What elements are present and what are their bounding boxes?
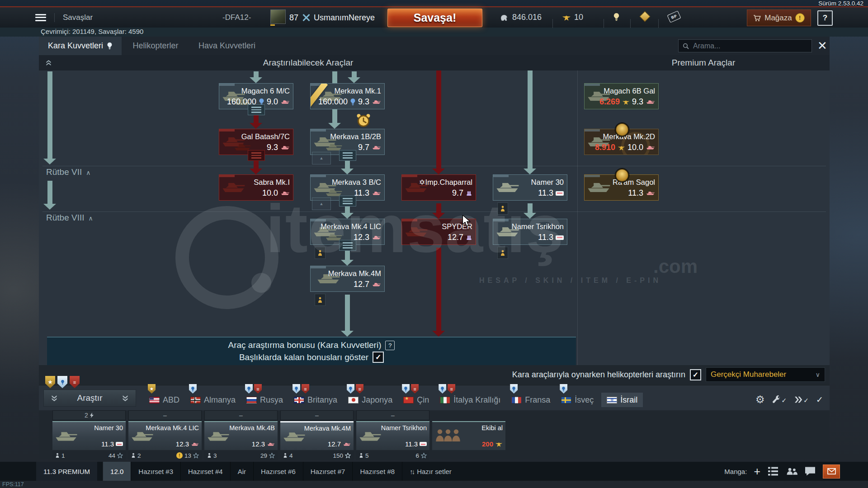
- hamburger-menu-icon[interactable]: [35, 14, 46, 21]
- search-input[interactable]: [692, 42, 807, 51]
- nation-italy[interactable]: ≡ İtalya Krallığı: [437, 393, 504, 407]
- squad-members-icon[interactable]: [786, 466, 797, 476]
- nation-china[interactable]: ≡ Çin: [400, 393, 432, 407]
- bonus-title: Araç araştırma bonusu (Kara Kuvvetleri): [228, 340, 382, 350]
- bonus-checkbox[interactable]: ✓: [373, 352, 384, 363]
- player-group[interactable]: 87 UsmanımNereye: [270, 9, 375, 26]
- preset-8[interactable]: Hazırset #8: [352, 462, 402, 481]
- slot-order-label[interactable]: –: [356, 410, 429, 420]
- nation-japan[interactable]: ≡ Japonya: [345, 393, 396, 407]
- crew-slot-1[interactable]: 2 Namer 30 11.3 1 44: [52, 410, 126, 460]
- repair-filter-button[interactable]: ✓: [772, 395, 787, 404]
- select-all-check-icon[interactable]: ✓: [816, 394, 823, 405]
- help-button[interactable]: ?: [817, 10, 833, 26]
- ready-sets-button[interactable]: ↑↓ Hazır setler: [402, 462, 459, 481]
- talisman-button[interactable]: [641, 13, 649, 20]
- crew-slot-3[interactable]: – Merkava Mk.4B 12.3 3 29: [204, 410, 278, 460]
- nation-britain[interactable]: ≡ Britanya: [291, 393, 340, 407]
- plus-icon[interactable]: +: [754, 465, 760, 478]
- camo-filter-button[interactable]: ✓: [794, 395, 809, 404]
- preset-4[interactable]: Hazırset #4: [180, 462, 230, 481]
- research-button[interactable]: Araştır: [43, 389, 136, 407]
- tree-node-namer-30[interactable]: Namer 30 11.3: [493, 174, 567, 201]
- avatar[interactable]: [270, 9, 286, 26]
- crew-slot-4[interactable]: – Merkava Mk.4M 12.7 4 150: [280, 410, 354, 460]
- slot-vehicle-card[interactable]: Namer 30 11.3: [52, 421, 126, 450]
- nation-usa[interactable]: ★ ABD: [146, 393, 183, 407]
- research-points-button[interactable]: [613, 13, 620, 21]
- slot-vehicle-card[interactable]: Merkava Mk.4 LIC 12.3: [128, 421, 202, 450]
- silver-lions-counter[interactable]: 846.016: [500, 13, 542, 22]
- rank-8-label[interactable]: Rütbe VIII∧: [46, 213, 93, 223]
- help-icon[interactable]: ?: [385, 341, 395, 350]
- tree-connector-arrow: [524, 70, 536, 174]
- slot-order-label[interactable]: 2: [52, 410, 126, 420]
- crew-icon: [207, 453, 212, 458]
- slot-order-label[interactable]: –: [280, 410, 354, 420]
- gear-icon[interactable]: ⚙: [755, 394, 765, 405]
- folder-group-icon[interactable]: [248, 150, 265, 161]
- menu-battles-label[interactable]: Savaşlar: [63, 13, 93, 22]
- battle-mode-dropdown[interactable]: Gerçekçi Muharebeler ∨: [706, 367, 825, 382]
- roster-icon[interactable]: [767, 466, 779, 476]
- to-battle-button[interactable]: Savaşa!: [387, 9, 482, 27]
- clan-tag[interactable]: -DFA12-: [222, 7, 251, 28]
- preset-7[interactable]: Hazırset #7: [303, 462, 353, 481]
- folder-group-icon[interactable]: [339, 150, 356, 161]
- tree-node-spyder[interactable]: SPYDER 12.7: [401, 219, 476, 245]
- tab-ground-forces[interactable]: Kara Kuvvetleri: [39, 37, 122, 55]
- nation-germany[interactable]: Almanya: [187, 393, 239, 407]
- bonus-toggle-label: Başlıklarda kalan bonusları göster: [239, 352, 368, 362]
- golden-eagles-counter[interactable]: 10: [562, 13, 583, 22]
- buy-crew-label: Ekibi al: [481, 424, 503, 432]
- tab-air-forces[interactable]: Hava Kuvvetleri: [189, 37, 264, 55]
- buy-crew-card[interactable]: Ekibi al 200: [432, 421, 505, 450]
- buy-crew-slot[interactable]: Ekibi al 200: [432, 410, 505, 450]
- slot-footer: 5 6: [356, 451, 429, 460]
- slot-order-label[interactable]: –: [204, 410, 278, 420]
- helicopter-research-row: Kara araçlarıyla oynarken helikopterleri…: [512, 367, 825, 382]
- wrench-icon: [772, 395, 781, 404]
- tab-helicopters[interactable]: Helikopterler: [124, 37, 188, 55]
- nation-israel[interactable]: İsrail: [601, 393, 643, 407]
- chat-icon[interactable]: [804, 466, 816, 476]
- rank-7-label[interactable]: Rütbe VII∧: [46, 167, 90, 177]
- crew-slot-5[interactable]: – Namer Tsrikhon 11.3 5 6: [356, 410, 429, 460]
- vehicle-name: Magach 6B Gal: [604, 87, 655, 95]
- nation-label: Almanya: [204, 395, 236, 405]
- nation-sweden[interactable]: İsveç: [558, 393, 597, 407]
- preset-active[interactable]: 12.0: [103, 462, 131, 481]
- tree-node-merkava-mk4m[interactable]: Merkava Mk.4M 12.7: [310, 266, 385, 292]
- tree-node-sabra-mk1[interactable]: Sabra Mk.I 10.0: [219, 174, 293, 201]
- slot-order-label[interactable]: –: [128, 410, 202, 420]
- tree-node-imp-chaparral[interactable]: ✡Imp.Chaparral 9.7: [401, 174, 476, 201]
- slot-vehicle-card-selected[interactable]: Merkava Mk.4M 12.7: [280, 421, 354, 450]
- shop-button[interactable]: Mağaza !: [747, 9, 811, 26]
- crew-slot-2[interactable]: – Merkava Mk.4 LIC 12.3 2 !13: [128, 410, 202, 460]
- preset-air[interactable]: Air: [230, 462, 253, 481]
- nation-france[interactable]: Fransa: [508, 393, 553, 407]
- folder-group-icon[interactable]: [339, 196, 356, 206]
- nation-ussr[interactable]: ≡ Rusya: [243, 393, 286, 407]
- preset-6[interactable]: Hazırset #6: [253, 462, 303, 481]
- battlepass-button[interactable]: BP: [668, 13, 680, 21]
- preset-3[interactable]: Hazırset #3: [131, 462, 180, 481]
- mail-button[interactable]: [823, 465, 840, 479]
- tree-node-magach-6b-gal[interactable]: Magach 6B Gal 6.269 9.3: [584, 83, 659, 109]
- tree-node-namer-tsrikhon[interactable]: Namer Tsrikhon 11.3: [493, 219, 567, 245]
- tree-node-merkava-mk1[interactable]: Merkava Mk.1 160.000 9.3: [310, 83, 385, 109]
- collapse-branch-button[interactable]: ▲: [312, 152, 331, 164]
- collapse-branch-button[interactable]: ▲: [312, 197, 331, 210]
- close-icon[interactable]: ✕: [814, 38, 831, 54]
- slot-vehicle-card[interactable]: Namer Tsrikhon 11.3: [356, 421, 429, 450]
- helicopter-research-checkbox[interactable]: ✓: [690, 369, 701, 380]
- slot-vehicle-card[interactable]: Merkava Mk.4B 12.3: [204, 421, 278, 450]
- search-box[interactable]: [678, 39, 812, 52]
- rank-progress-arrow: [43, 71, 56, 164]
- divider: [658, 19, 659, 28]
- battlepass-icon: BP: [667, 10, 681, 23]
- preset-premium[interactable]: 11.3 PREMIUM: [36, 462, 97, 481]
- research-label: Araştır: [77, 393, 103, 403]
- folder-group-icon[interactable]: [248, 104, 265, 115]
- folder-group-icon[interactable]: [339, 240, 356, 251]
